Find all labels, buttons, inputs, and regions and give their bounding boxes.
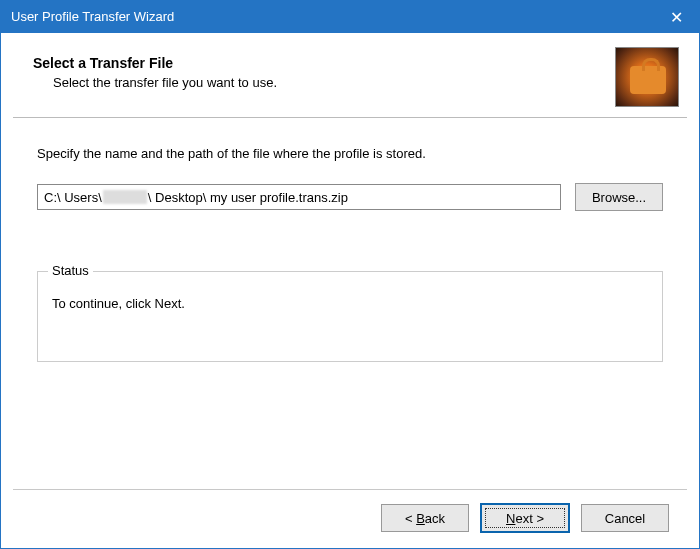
close-icon: ✕ bbox=[670, 8, 683, 27]
back-button[interactable]: < Back bbox=[381, 504, 469, 532]
wizard-step-title: Select a Transfer File bbox=[33, 55, 277, 71]
file-path-row: C:\ Users\ \ Desktop\ my user profile.tr… bbox=[37, 183, 663, 211]
redacted-username bbox=[103, 190, 147, 204]
file-path-input[interactable]: C:\ Users\ \ Desktop\ my user profile.tr… bbox=[37, 184, 561, 210]
status-group: Status To continue, click Next. bbox=[37, 271, 663, 362]
path-suffix: \ Desktop\ my user profile.trans.zip bbox=[148, 190, 348, 205]
next-button[interactable]: Next > bbox=[481, 504, 569, 532]
titlebar[interactable]: User Profile Transfer Wizard ✕ bbox=[1, 1, 699, 33]
wizard-footer: < Back Next > Cancel bbox=[13, 489, 687, 548]
next-suffix: ext > bbox=[515, 511, 544, 526]
next-mnemonic: N bbox=[506, 511, 515, 526]
wizard-step-subtitle: Select the transfer file you want to use… bbox=[33, 75, 277, 90]
back-prefix: < bbox=[405, 511, 416, 526]
window-title: User Profile Transfer Wizard bbox=[11, 1, 174, 33]
suitcase-icon bbox=[615, 47, 679, 107]
path-prefix: C:\ Users\ bbox=[44, 190, 102, 205]
close-button[interactable]: ✕ bbox=[653, 1, 699, 33]
wizard-header-text: Select a Transfer File Select the transf… bbox=[33, 47, 277, 107]
browse-button[interactable]: Browse... bbox=[575, 183, 663, 211]
cancel-button[interactable]: Cancel bbox=[581, 504, 669, 532]
back-suffix: ack bbox=[425, 511, 445, 526]
wizard-window: User Profile Transfer Wizard ✕ Select a … bbox=[0, 0, 700, 549]
status-legend: Status bbox=[48, 263, 93, 278]
wizard-header: Select a Transfer File Select the transf… bbox=[13, 33, 687, 118]
content-area: Select a Transfer File Select the transf… bbox=[1, 33, 699, 548]
wizard-body: Specify the name and the path of the fil… bbox=[13, 118, 687, 489]
instruction-label: Specify the name and the path of the fil… bbox=[37, 146, 663, 161]
status-text: To continue, click Next. bbox=[52, 296, 648, 311]
back-mnemonic: B bbox=[416, 511, 425, 526]
